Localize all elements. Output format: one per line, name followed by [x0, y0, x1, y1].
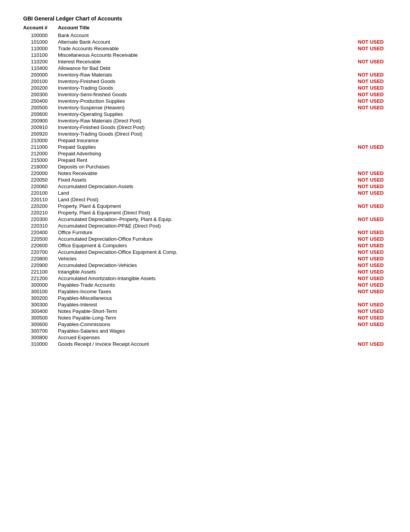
- table-row: 110100Miscellaneous Accounts Receivable: [23, 52, 387, 58]
- account-number: 220100: [23, 190, 58, 196]
- account-number: 200300: [23, 91, 58, 98]
- account-title: Accumulated Amortization-Intangible Asse…: [58, 275, 344, 282]
- account-number: 220200: [23, 203, 58, 209]
- account-number: 200900: [23, 117, 58, 124]
- account-title: Payables-Salaries and Wages: [58, 328, 344, 334]
- account-title: Bank Account: [58, 32, 344, 39]
- table-row: 220310Accumulated Depreciation-PP&E (Dir…: [23, 223, 387, 229]
- table-row: 110200Interest ReceivableNOT USED: [23, 58, 387, 65]
- account-number: 220400: [23, 229, 58, 236]
- table-header-row: Account # Account Title: [23, 24, 387, 32]
- account-status: [344, 334, 387, 341]
- account-title: Office Furniture: [58, 229, 344, 236]
- account-number: 200500: [23, 104, 58, 111]
- account-title: Payables-Trade Accounts: [58, 282, 344, 288]
- table-row: 220050Fixed AssetsNOT USED: [23, 177, 387, 183]
- account-title: Accumulated Depreciation-Assets: [58, 183, 344, 190]
- account-status: NOT USED: [344, 45, 387, 52]
- account-title: Land (Direct Post): [58, 196, 344, 203]
- account-number: 220060: [23, 183, 58, 190]
- account-number: 200100: [23, 78, 58, 85]
- account-status: NOT USED: [344, 229, 387, 236]
- table-row: 220800VehiclesNOT USED: [23, 255, 387, 262]
- account-number: 110000: [23, 45, 58, 52]
- account-status: NOT USED: [344, 85, 387, 91]
- account-title: Trade Accounts Receivable: [58, 45, 344, 52]
- table-row: 220100LandNOT USED: [23, 190, 387, 196]
- account-title: Notes Payable-Short-Term: [58, 308, 344, 314]
- account-number: 220700: [23, 249, 58, 255]
- account-status: NOT USED: [344, 308, 387, 314]
- account-status: NOT USED: [344, 216, 387, 223]
- account-status: [344, 150, 387, 157]
- account-title: Property, Plant & Equipment (Direct Post…: [58, 209, 344, 216]
- table-row: 211000Prepaid SuppliesNOT USED: [23, 144, 387, 150]
- account-number: 220050: [23, 177, 58, 183]
- account-status: NOT USED: [344, 190, 387, 196]
- table-row: 221200Accumulated Amortization-Intangibl…: [23, 275, 387, 282]
- account-number: 212000: [23, 150, 58, 157]
- page-title: GBI General Ledger Chart of Accounts: [23, 15, 387, 22]
- account-number: 300600: [23, 321, 58, 328]
- account-title: Inventory-Suspense (Heaven): [58, 104, 344, 111]
- account-status: [344, 52, 387, 58]
- table-row: 220210Property, Plant & Equipment (Direc…: [23, 209, 387, 216]
- account-number: 200200: [23, 85, 58, 91]
- table-row: 300000Payables-Trade AccountsNOT USED: [23, 282, 387, 288]
- account-title: Inventory-Operating Supplies: [58, 111, 344, 117]
- table-row: 215000Prepaid Rent: [23, 157, 387, 163]
- account-title: Prepaid Supplies: [58, 144, 344, 150]
- account-number: 110200: [23, 58, 58, 65]
- account-status: NOT USED: [344, 275, 387, 282]
- account-status: NOT USED: [344, 144, 387, 150]
- account-status: NOT USED: [344, 314, 387, 321]
- table-row: 220060Accumulated Depreciation-AssetsNOT…: [23, 183, 387, 190]
- account-status: NOT USED: [344, 177, 387, 183]
- account-title: Payables-Interest: [58, 301, 344, 308]
- account-number: 211000: [23, 144, 58, 150]
- account-status: NOT USED: [344, 236, 387, 242]
- account-number: 221100: [23, 269, 58, 275]
- account-number: 215000: [23, 157, 58, 163]
- table-row: 200500Inventory-Suspense (Heaven)NOT USE…: [23, 104, 387, 111]
- account-title: Accrued Expenses: [58, 334, 344, 341]
- account-title: Intangible Assets: [58, 269, 344, 275]
- table-row: 220110Land (Direct Post): [23, 196, 387, 203]
- account-title: Prepaid Advertising: [58, 150, 344, 157]
- account-title: Payables-Miscellaneous: [58, 295, 344, 301]
- account-number: 216000: [23, 163, 58, 170]
- account-number: 300400: [23, 308, 58, 314]
- table-row: 200600Inventory-Operating Supplies: [23, 111, 387, 117]
- account-title: Office Equipment & Computers: [58, 242, 344, 249]
- column-header-title: Account Title: [58, 24, 344, 32]
- account-status: [344, 223, 387, 229]
- column-header-account: Account #: [23, 24, 58, 32]
- account-status: NOT USED: [344, 269, 387, 275]
- account-title: Land: [58, 190, 344, 196]
- table-row: 220700Accumulated Depreciation-Office Eq…: [23, 249, 387, 255]
- account-status: NOT USED: [344, 301, 387, 308]
- account-number: 220900: [23, 262, 58, 269]
- account-number: 210000: [23, 137, 58, 144]
- account-title: Payables-Commissions: [58, 321, 344, 328]
- table-row: 212000Prepaid Advertising: [23, 150, 387, 157]
- table-row: 200920Inventory-Trading Goods (Direct Po…: [23, 131, 387, 137]
- account-title: Goods Receipt / Invoice Receipt Account: [58, 341, 344, 347]
- account-title: Miscellaneous Accounts Receivable: [58, 52, 344, 58]
- account-status: NOT USED: [344, 255, 387, 262]
- account-status: [344, 163, 387, 170]
- account-title: Notes Receivable: [58, 170, 344, 177]
- account-title: Vehicles: [58, 255, 344, 262]
- account-number: 220300: [23, 216, 58, 223]
- table-row: 110000Trade Accounts ReceivableNOT USED: [23, 45, 387, 52]
- table-row: 221100Intangible AssetsNOT USED: [23, 269, 387, 275]
- table-row: 300200Payables-Miscellaneous: [23, 295, 387, 301]
- account-title: Alternate Bank Account: [58, 39, 344, 45]
- table-row: 300100Payables-Income TaxesNOT USED: [23, 288, 387, 295]
- account-number: 310000: [23, 341, 58, 347]
- account-number: 300700: [23, 328, 58, 334]
- table-row: 200900Inventory-Raw Materials (Direct Po…: [23, 117, 387, 124]
- table-row: 300800Accrued Expenses: [23, 334, 387, 341]
- table-row: 200000Inventory-Raw MaterialsNOT USED: [23, 71, 387, 78]
- account-title: Notes Payable-Long-Term: [58, 314, 344, 321]
